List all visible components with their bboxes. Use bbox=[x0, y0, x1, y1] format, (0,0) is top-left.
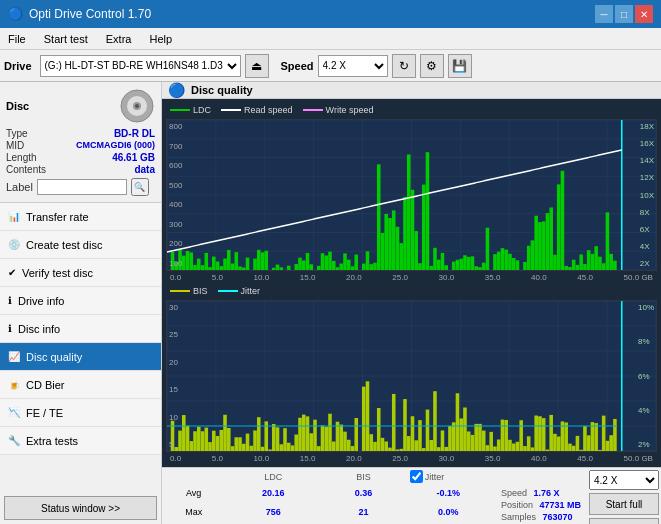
disc-label-input[interactable] bbox=[37, 179, 127, 195]
sidebar-item-cd-bier[interactable]: 🍺 CD Bier bbox=[0, 371, 161, 399]
bottom-chart-legend: BIS Jitter bbox=[166, 284, 657, 298]
eject-button[interactable]: ⏏ bbox=[245, 54, 269, 78]
extra-tests-icon: 🔧 bbox=[8, 435, 20, 446]
sidebar-item-drive-info[interactable]: ℹ Drive info bbox=[0, 287, 161, 315]
write-speed-label: Write speed bbox=[326, 105, 374, 115]
bis-label: BIS bbox=[193, 286, 208, 296]
start-full-button[interactable]: Start full bbox=[589, 493, 659, 515]
app-icon: 🔵 bbox=[8, 7, 23, 21]
minimize-button[interactable]: ─ bbox=[595, 5, 613, 23]
speed-value: 1.76 X bbox=[533, 488, 559, 498]
sidebar-item-create-test[interactable]: 💿 Create test disc bbox=[0, 231, 161, 259]
disc-quality-icon: 📈 bbox=[8, 351, 20, 362]
menu-extra[interactable]: Extra bbox=[102, 31, 136, 47]
bis-legend: BIS bbox=[170, 286, 208, 296]
disc-type-row: Type BD-R DL bbox=[6, 128, 155, 139]
menu-bar: File Start test Extra Help bbox=[0, 28, 661, 50]
disc-panel: Disc Type BD-R DL MID CMCMAGDI6 (000) Le… bbox=[0, 82, 161, 203]
maximize-button[interactable]: □ bbox=[615, 5, 633, 23]
transfer-rate-icon: 📊 bbox=[8, 211, 20, 222]
sidebar-item-extra-tests[interactable]: 🔧 Extra tests bbox=[0, 427, 161, 455]
col-header-empty bbox=[164, 470, 223, 483]
title-bar: 🔵 Opti Drive Control 1.70 ─ □ ✕ bbox=[0, 0, 661, 28]
disc-contents-row: Contents data bbox=[6, 164, 155, 175]
samples-value: 763070 bbox=[542, 512, 572, 522]
svg-point-3 bbox=[135, 104, 139, 108]
speed-select[interactable]: 4.2 X bbox=[318, 55, 388, 77]
samples-label: Samples bbox=[501, 512, 536, 522]
col-header-jitter-check: Jitter bbox=[404, 470, 493, 483]
speed-stat-label: Speed bbox=[501, 488, 527, 498]
status-window-button[interactable]: Status window >> bbox=[4, 496, 157, 520]
col-header-ldc: LDC bbox=[223, 470, 323, 483]
sidebar-item-transfer-rate[interactable]: 📊 Transfer rate bbox=[0, 203, 161, 231]
position-row: Position 47731 MB bbox=[501, 500, 581, 510]
disc-header: Disc bbox=[6, 88, 155, 124]
disc-mid-row: MID CMCMAGDI6 (000) bbox=[6, 140, 155, 151]
label-search-button[interactable]: 🔍 bbox=[131, 178, 149, 196]
menu-file[interactable]: File bbox=[4, 31, 30, 47]
settings-button[interactable]: ⚙ bbox=[420, 54, 444, 78]
title-bar-left: 🔵 Opti Drive Control 1.70 bbox=[8, 7, 151, 21]
drive-select[interactable]: (G:) HL-DT-ST BD-RE WH16NS48 1.D3 bbox=[40, 55, 241, 77]
action-buttons: 4.2 X Start full Start part bbox=[589, 470, 659, 524]
sidebar-item-disc-info[interactable]: ℹ Disc info bbox=[0, 315, 161, 343]
verify-test-icon: ✔ bbox=[8, 267, 16, 278]
samples-row: Samples 763070 bbox=[501, 512, 581, 522]
disc-quality-title: Disc quality bbox=[191, 84, 253, 96]
top-chart-wrapper: 18X16X14X12X10X8X6X4X2X 8007006005004003… bbox=[166, 119, 657, 271]
close-button[interactable]: ✕ bbox=[635, 5, 653, 23]
start-part-button[interactable]: Start part bbox=[589, 518, 659, 524]
max-label: Max bbox=[164, 502, 223, 521]
top-chart-y-left: 800700600500400300200100 bbox=[169, 120, 182, 270]
disc-quality-header-icon: 🔵 bbox=[168, 82, 185, 98]
disc-quality-header: 🔵 Disc quality bbox=[162, 82, 661, 99]
disc-info-icon: ℹ bbox=[8, 323, 12, 334]
jitter-color-indicator bbox=[218, 290, 238, 292]
bottom-chart-y-right: 10%8%6%4%2% bbox=[638, 301, 654, 451]
menu-start-test[interactable]: Start test bbox=[40, 31, 92, 47]
menu-help[interactable]: Help bbox=[145, 31, 176, 47]
write-speed-color-indicator bbox=[303, 109, 323, 111]
save-button[interactable]: 💾 bbox=[448, 54, 472, 78]
bottom-chart-canvas bbox=[167, 301, 656, 451]
create-test-icon: 💿 bbox=[8, 239, 20, 250]
read-speed-label: Read speed bbox=[244, 105, 293, 115]
sidebar-item-disc-quality[interactable]: 📈 Disc quality bbox=[0, 343, 161, 371]
max-row: Max 756 21 0.0% bbox=[164, 502, 493, 521]
jitter-checkbox[interactable] bbox=[410, 470, 423, 483]
disc-icon bbox=[119, 88, 155, 124]
jitter-label: Jitter bbox=[241, 286, 261, 296]
drive-label: Drive bbox=[4, 60, 32, 72]
speed-dropdown[interactable]: 4.2 X bbox=[589, 470, 659, 490]
top-chart-y-right: 18X16X14X12X10X8X6X4X2X bbox=[640, 120, 654, 270]
avg-jitter: -0.1% bbox=[404, 483, 493, 502]
sidebar: Disc Type BD-R DL MID CMCMAGDI6 (000) Le… bbox=[0, 82, 162, 524]
position-value: 47731 MB bbox=[539, 500, 581, 510]
content-area: 🔵 Disc quality LDC Read speed Write spee… bbox=[162, 82, 661, 524]
sidebar-item-verify-test[interactable]: ✔ Verify test disc bbox=[0, 259, 161, 287]
write-speed-legend: Write speed bbox=[303, 105, 374, 115]
bottom-chart-wrapper: 10%8%6%4%2% 30252015105 bbox=[166, 300, 657, 452]
position-label: Position bbox=[501, 500, 533, 510]
col-header-bis: BIS bbox=[323, 470, 404, 483]
avg-row: Avg 20.16 0.36 -0.1% bbox=[164, 483, 493, 502]
ldc-label: LDC bbox=[193, 105, 211, 115]
stats-area: LDC BIS Jitter Avg 20.16 bbox=[162, 467, 661, 524]
jitter-checkbox-label[interactable]: Jitter bbox=[410, 470, 487, 483]
ldc-color-indicator bbox=[170, 109, 190, 111]
max-jitter: 0.0% bbox=[404, 502, 493, 521]
cd-bier-icon: 🍺 bbox=[8, 379, 20, 390]
ldc-legend: LDC bbox=[170, 105, 211, 115]
refresh-button[interactable]: ↻ bbox=[392, 54, 416, 78]
disc-title: Disc bbox=[6, 100, 29, 112]
disc-length-row: Length 46.61 GB bbox=[6, 152, 155, 163]
title-bar-controls: ─ □ ✕ bbox=[595, 5, 653, 23]
stats-table: LDC BIS Jitter Avg 20.16 bbox=[164, 470, 493, 524]
avg-bis: 0.36 bbox=[323, 483, 404, 502]
disc-label-row: Label 🔍 bbox=[6, 178, 155, 196]
bottom-chart-x-labels: 0.05.010.015.020.025.030.035.040.045.050… bbox=[166, 454, 657, 463]
sidebar-item-fe-te[interactable]: 📉 FE / TE bbox=[0, 399, 161, 427]
max-ldc: 756 bbox=[223, 502, 323, 521]
read-speed-color-indicator bbox=[221, 109, 241, 111]
